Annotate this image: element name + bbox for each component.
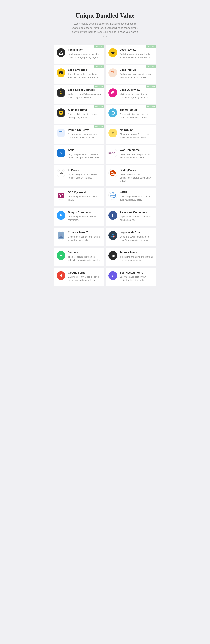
icon-buddypress [109, 169, 117, 178]
card-google-fonts-title: Google Fonts [68, 271, 101, 274]
card-lets-live-blog-title: Let's Live Blog [68, 68, 101, 72]
svg-point-22 [113, 92, 113, 93]
svg-text:t: t [112, 274, 113, 277]
icon-timed-popup [109, 108, 117, 117]
page-wrapper: Unique Bundled Value Zeen makes your lif… [53, 0, 157, 644]
card-google-fonts-content: Google Fonts Easily select any Google Fo… [68, 271, 101, 282]
badge-exclusive: exclusive [94, 105, 104, 108]
card-tipi-builder-title: Tipi Builder [68, 48, 101, 51]
card-facebook-comments-title: Facebook Comments [120, 211, 153, 214]
card-contact-form-7-title: Contact Form 7 [68, 231, 101, 234]
card-lets-quickview-desc: Visitors can see info of a shop product … [120, 92, 153, 99]
card-popup-on-leave-title: Popup On Leave [68, 128, 101, 132]
card-wpml: WPML Fully compatible with WPML to build… [106, 188, 156, 206]
card-login-with-ajax-content: Login With Ajax Deep and stylish integra… [120, 231, 153, 242]
card-lets-live-blog: exclusive Let's Live Blog Cover live eve… [54, 65, 104, 84]
card-popup-on-leave-desc: A pop-up that appears when a visitor goe… [68, 132, 101, 139]
card-popup-on-leave-content: Popup On Leave A pop-up that appears whe… [68, 128, 101, 139]
card-lets-review-title: Let's Review [120, 48, 153, 51]
icon-self-hosted-fonts: t [109, 271, 117, 280]
card-buddypress: BuddyPress Stylish integration for Buddy… [106, 165, 156, 186]
card-woocommerce: woo WooCommerce Stylish and deep integra… [106, 145, 156, 164]
card-timed-popup-desc: A pop-up that appears after a user-set a… [120, 112, 153, 119]
card-lets-live-blog-content: Let's Live Blog Cover live events in rea… [68, 68, 101, 79]
card-typekit-fonts-content: Typekit Fonts Integrating and using Type… [120, 251, 153, 262]
card-lets-social-connect-desc: Widget to beautifully promote your socia… [68, 92, 101, 99]
icon-facebook-comments [109, 211, 117, 220]
svg-text:D: D [60, 214, 62, 216]
card-bbpress-title: bbPress [68, 169, 101, 172]
card-contact-form-7-content: Contact Form 7 Use the best contact form… [68, 231, 101, 242]
card-bbpress-desc: Stylish integration for bbPress forums. … [68, 173, 101, 179]
svg-text:Y: Y [59, 194, 62, 198]
svg-point-46 [113, 172, 115, 174]
card-slide-in-promo-content: Slide In Promo A lovely sliding box to p… [68, 108, 101, 119]
card-google-fonts: G Google Fonts Easily select any Google … [54, 268, 104, 286]
icon-lets-info-up: i [109, 68, 117, 77]
card-lets-quickview-title: Let's Quickview [120, 88, 153, 92]
card-wpml-desc: Fully compatible with WPML to build mult… [120, 195, 153, 202]
card-jetpack-title: Jetpack [68, 251, 101, 254]
card-woocommerce-desc: Stylish and deep integration for WooComm… [120, 153, 153, 159]
svg-marker-67 [60, 254, 62, 258]
card-login-with-ajax-desc: Deep and stylish integration to have Aja… [120, 235, 153, 242]
badge-exclusive: exclusive [146, 105, 156, 108]
card-disqus-comments-desc: Fully compatible with Disqus comments. [68, 215, 101, 222]
svg-point-39 [113, 132, 114, 132]
card-lets-social-connect-title: Let's Social Connect [68, 88, 101, 92]
card-jetpack-desc: Theme encourages the use of Jetpack's fa… [68, 255, 101, 262]
card-lets-live-blog-desc: Cover live events in real-time. Readers … [68, 72, 101, 79]
icon-disqus-comments: D [57, 211, 65, 220]
card-timed-popup: exclusive Timed Popup A pop-up that appe… [106, 105, 156, 124]
cards-grid: exclusive Tipi Builder Easily create gor… [53, 45, 157, 286]
svg-text:woo: woo [109, 151, 115, 155]
card-amp-desc: Fully compatible and options to further … [68, 153, 101, 159]
icon-contact-form-7 [57, 231, 65, 240]
card-woocommerce-title: WooCommerce [120, 148, 153, 152]
badge-exclusive: exclusive [94, 125, 104, 128]
header-section: Unique Bundled Value Zeen makes your lif… [53, 7, 157, 45]
card-tipi-builder-desc: Easily create gorgeous layouts. Even for… [68, 52, 101, 59]
card-wpml-title: WPML [120, 191, 153, 194]
card-lets-social-connect-content: Let's Social Connect Widget to beautiful… [68, 88, 101, 99]
icon-lets-social-connect [57, 88, 65, 97]
card-self-hosted-fonts-title: Self-Hosted Fonts [120, 271, 153, 274]
card-lets-social-connect: exclusive Let's Social Connect Widget to… [54, 85, 104, 104]
svg-text:i: i [112, 71, 112, 72]
icon-tipi-builder [57, 48, 65, 57]
icon-google-fonts: G [57, 271, 65, 280]
svg-text:G: G [60, 274, 62, 277]
card-self-hosted-fonts-content: Self-Hosted Fonts Easily use and set up … [120, 271, 153, 282]
card-mailchimp: MailChimp All sign up prompt features ca… [106, 125, 156, 144]
card-popup-on-leave: exclusive Popup On Leave A pop-up that a… [54, 125, 104, 144]
card-lets-info-up-desc: Add professional boxes to show relevant … [120, 72, 153, 79]
svg-point-29 [113, 111, 113, 112]
card-facebook-comments-content: Facebook Comments Lightweight Facebook c… [120, 211, 153, 222]
card-facebook-comments-desc: Lightweight Facebook comments with no pl… [120, 215, 153, 222]
card-self-hosted-fonts: t Self-Hosted Fonts Easily use and set u… [106, 268, 156, 286]
svg-point-63 [112, 234, 114, 236]
icon-lets-quickview [109, 88, 117, 97]
svg-text:bb: bb [59, 171, 63, 175]
card-lets-info-up-title: Let's Info Up [120, 68, 153, 72]
svg-rect-66 [114, 236, 114, 237]
card-seo-by-yoast-title: SEO By Yoast [68, 191, 101, 194]
svg-point-72 [111, 273, 115, 278]
svg-marker-57 [60, 217, 62, 218]
card-lets-review-content: Let's Review Add stunning reviews with v… [120, 48, 153, 59]
svg-point-45 [112, 172, 113, 173]
card-facebook-comments: Facebook Comments Lightweight Facebook c… [106, 208, 156, 226]
card-slide-in-promo-desc: A lovely sliding box to promote mailing … [68, 112, 101, 119]
card-bbpress: bb bbPress Stylish integration for bbPre… [54, 165, 104, 186]
icon-slide-in-promo [57, 108, 65, 117]
card-disqus-comments-content: Disqus Comments Fully compatible with Di… [68, 211, 101, 222]
svg-rect-9 [111, 74, 114, 74]
svg-text:Tk: Tk [111, 254, 115, 257]
card-tipi-builder-content: Tipi Builder Easily create gorgeous layo… [68, 48, 101, 59]
icon-typekit-fonts: Tk [109, 251, 117, 260]
badge-exclusive: exclusive [146, 85, 156, 88]
badge-exclusive: exclusive [94, 65, 104, 68]
svg-rect-31 [60, 132, 62, 132]
card-login-with-ajax: Login With Ajax Deep and stylish integra… [106, 228, 156, 246]
svg-marker-2 [111, 51, 115, 54]
